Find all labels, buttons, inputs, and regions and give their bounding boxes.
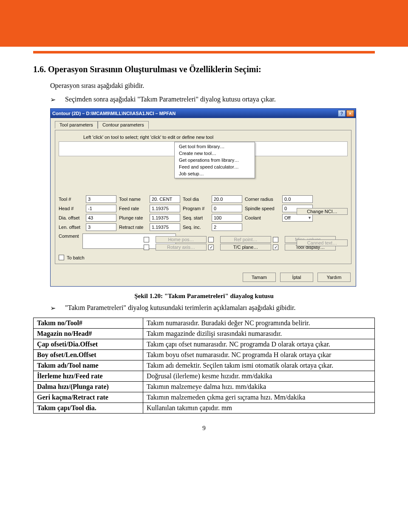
batch-row: To batch [59,255,348,260]
definition: Takım magazinde dizilişi sırasındaki num… [143,329,375,339]
term: Takım adı/Tool name [34,360,143,371]
lbl-tool-name: Tool name [119,197,147,202]
lbl-len-offset: Len. offset [59,225,83,230]
chk-rotary-axis[interactable] [144,245,149,250]
inp-seq-inc[interactable] [212,223,242,231]
definition: Takım boyu ofset numarasıdır. NC program… [143,350,375,360]
btn-cancel[interactable]: İptal [280,273,313,282]
btn-help[interactable]: Yardım [317,273,351,282]
lbl-to-batch: To batch [67,255,85,260]
inp-corner-radius[interactable] [282,195,313,203]
dialog-body: Tool parameters Contour parameters Left … [51,118,356,268]
lbl-corner-radius: Corner radius [245,197,280,202]
selection-hint: Left 'click' on tool to select; right 'c… [83,135,348,140]
chk-to-batch[interactable] [59,255,64,260]
dialog-window: Contour (2D) – D:\MCAM9\MILL\NCI\ASA1.NC… [50,108,356,287]
inp-dia-offset[interactable] [86,214,116,222]
bullet-2: ➢ "Takım Parametreleri" diyalog kutusund… [50,304,375,312]
btn-change-nci[interactable]: Change NCI… [297,208,348,215]
definition: Takımın malzemeye dalma hızı. mm/dakika [143,382,375,392]
lbl-comment: Comment [59,234,79,239]
term: Çap ofseti/Dia.Offset [34,339,143,350]
ctx-create-tool[interactable]: Create new tool… [175,150,255,157]
lbl-program-no: Program # [183,206,209,211]
inp-tool-name[interactable] [150,195,180,203]
chk-home-pos[interactable] [144,237,149,242]
bullet-1-text: Seçimden sonra aşağıdaki "Takım Parametr… [65,96,276,103]
btn-canned-text[interactable]: Canned text… [297,239,348,246]
btn-rotary-axis[interactable]: Rotary axis… [156,244,207,251]
term: Dalma hızı/(Plunga rate) [34,382,143,392]
lbl-plunge-rate: Plunge rate [119,215,147,220]
figure-caption: Şekil 1.20: "Takım Parametreleri" diayal… [33,293,375,300]
term: İlerleme hızı/Feed rate [34,371,143,382]
lbl-feed-rate: Feed rate [119,206,147,211]
btn-ref-point[interactable]: Ref point… [220,236,271,243]
definition: Takım çapı ofset numarasıdır. NC program… [143,339,375,350]
table-row: Takım çapı/Tool dia.Kullanılan takımın ç… [34,403,375,414]
definition: Takım numarasıdır. Buradaki değer NC pro… [143,318,375,329]
definition: Takımın malzemeden çıkma geri sıçrama hı… [143,392,375,403]
term: Boy ofset/Len.Offset [34,350,143,360]
ctx-get-operations[interactable]: Get operations from library… [175,157,255,163]
page-header-bar [0,0,408,47]
btn-ok[interactable]: Tamam [243,273,276,282]
context-menu: Get tool from library… Create new tool… … [174,142,255,178]
chk-tc-plane[interactable]: ✓ [208,245,214,250]
tab-panel: Left 'click' on tool to select; right 'c… [55,130,351,264]
close-icon[interactable]: × [346,110,354,117]
tab-contour-parameters[interactable]: Contour parameters [98,121,149,129]
lbl-dia-offset: Dia. offset [59,215,83,220]
table-row: Takım no/Tool#Takım numarasıdır. Buradak… [34,318,375,329]
chk-tool-display[interactable]: ✓ [273,245,278,250]
bullet-2-text: "Takım Parametreleri" diyalog kutusundak… [65,304,295,312]
ctx-feed-speed[interactable]: Feed and speed calculator… [175,163,255,170]
chk-misc-values[interactable] [273,237,278,242]
btn-tc-plane[interactable]: T/C plane… [220,244,271,251]
lbl-head-no: Head # [59,206,83,211]
lbl-seq-start: Seq. start [183,215,209,220]
btn-home-pos[interactable]: Home pos… [156,236,207,243]
right-button-column: Change NCI… Canned text… [297,208,348,246]
bullet-icon: ➢ [50,304,56,312]
tab-strip: Tool parameters Contour parameters [55,121,351,128]
page-content: 1.6. Operasyon Sırasının Oluşturulması v… [0,53,408,436]
ctx-job-setup[interactable]: Job setup… [175,170,255,177]
lbl-retract-rate: Retract rate [119,225,147,230]
bullet-1: ➢ Seçimden sonra aşağıdaki "Takım Parame… [50,96,375,103]
help-icon[interactable]: ? [338,110,346,117]
inp-head-no[interactable] [86,205,116,212]
dialog-footer: Tamam İptal Yardım [51,268,356,286]
table-row: Dalma hızı/(Plunga rate)Takımın malzemey… [34,382,375,392]
bullet-icon: ➢ [50,96,56,103]
table-row: Geri kaçma/Retract rateTakımın malzemede… [34,392,375,403]
term: Takım çapı/Tool dia. [34,403,143,414]
table-row: İlerleme hızı/Feed rateDoğrusal (ilerlem… [34,371,375,382]
term: Geri kaçma/Retract rate [34,392,143,403]
section-heading: 1.6. Operasyon Sırasının Oluşturulması v… [33,65,375,74]
lbl-coolant: Coolant [245,215,280,220]
table-row: Çap ofseti/Dia.OffsetTakım çapı ofset nu… [34,339,375,350]
term: Takım no/Tool# [34,318,143,329]
ctx-get-tool[interactable]: Get tool from library… [175,143,255,150]
inp-tool-no[interactable] [86,195,116,203]
chk-ref-point[interactable] [208,237,214,242]
inp-feed-rate[interactable] [150,205,180,212]
inp-retract-rate[interactable] [150,223,180,231]
definition: Kullanılan takımın çapıdır. mm [143,403,375,414]
inp-plunge-rate[interactable] [150,214,180,222]
table-row: Takım adı/Tool nameTakım adı demektir. S… [34,360,375,371]
inp-len-offset[interactable] [86,223,116,231]
inp-tool-dia[interactable] [212,195,242,203]
table-row: Boy ofset/Len.OffsetTakım boyu ofset num… [34,350,375,360]
definitions-table: Takım no/Tool#Takım numarasıdır. Buradak… [33,318,375,414]
page-number: 9 [33,425,375,436]
definition: Doğrusal (ilerleme) kesme hızıdır. mm/da… [143,371,375,382]
tab-tool-parameters[interactable]: Tool parameters [55,121,98,129]
lbl-spindle-speed: Spindle speed [245,206,280,211]
inp-seq-start[interactable] [212,214,242,222]
intro-text: Operasyon sırası aşağıdaki gibidir. [50,82,375,90]
table-row: Magazin no/Head#Takım magazinde dizilişi… [34,329,375,339]
term: Magazin no/Head# [34,329,143,339]
inp-program-no[interactable] [212,205,242,212]
